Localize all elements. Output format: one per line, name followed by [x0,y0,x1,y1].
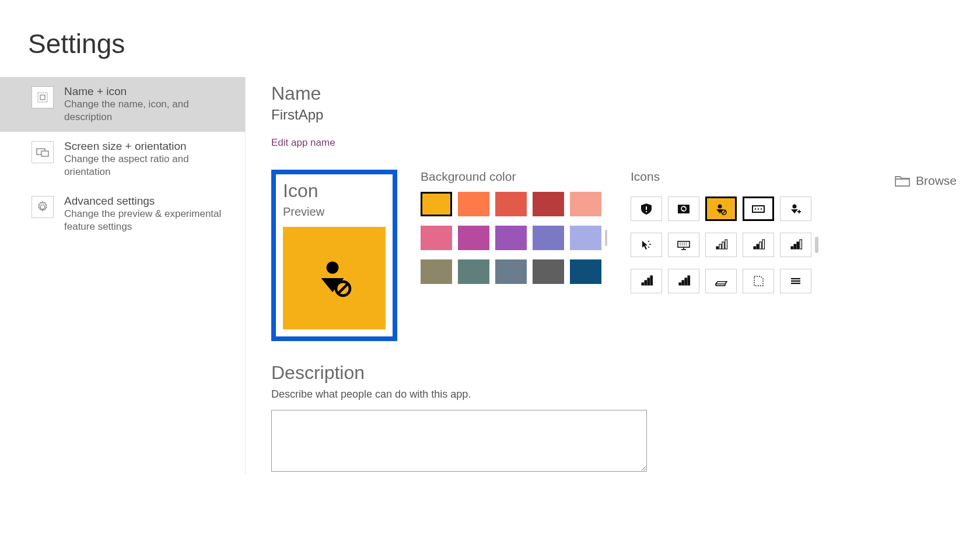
user-block-icon [313,257,355,299]
page-title: Settings [0,0,980,59]
description-section: Description Describe what people can do … [271,362,957,474]
svg-rect-34 [797,242,799,249]
scanner-icon[interactable] [705,269,737,293]
sidebar-item-title: Screen size + orientation [64,140,235,153]
svg-rect-28 [754,247,756,249]
preview-label: Preview [283,205,386,219]
pointer-icon[interactable] [631,233,662,257]
svg-rect-40 [679,283,681,285]
preview-tile [283,227,386,329]
signal-2-icon[interactable] [743,233,774,257]
color-swatch[interactable] [570,192,601,216]
browse-label: Browse [916,174,957,188]
description-label: Description [271,362,957,384]
signal-3-icon[interactable] [780,233,811,257]
svg-rect-25 [719,244,722,249]
name-section-label: Name [271,83,957,104]
svg-point-16 [758,208,759,209]
sidebar-item-sub: Change the aspect ratio and orientation [64,153,235,178]
svg-rect-30 [760,242,762,249]
color-swatch[interactable] [533,259,564,284]
color-grid [421,192,601,284]
color-swatch[interactable] [533,226,564,250]
color-swatch[interactable] [570,259,601,284]
sidebar-item-title: Name + icon [64,85,235,98]
color-swatch[interactable] [421,192,452,216]
description-textarea[interactable] [271,410,647,472]
edit-app-name-link[interactable]: Edit app name [271,137,335,149]
sidebar-item-advanced[interactable]: Advanced settings Change the preview & e… [0,187,245,241]
icons-label: Icons [631,170,660,184]
grid-select-icon [32,86,54,108]
icon-section-label: Icon [283,180,386,202]
svg-rect-29 [757,244,759,249]
svg-rect-26 [722,242,724,249]
photo-sync-icon[interactable] [668,196,699,221]
color-swatch[interactable] [570,226,601,250]
svg-point-18 [793,205,797,209]
background-color-section: Background color [421,170,607,284]
menu-icon[interactable] [780,269,811,293]
sidebar-item-sub: Change the preview & experimental featur… [64,208,235,233]
signal-5-icon[interactable] [668,269,699,293]
gear-icon [32,196,54,218]
svg-rect-27 [725,240,727,249]
svg-point-15 [755,208,756,209]
svg-point-11 [718,205,722,209]
color-swatch[interactable] [421,259,452,284]
sidebar: Name + icon Change the name, icon, and d… [0,77,245,474]
description-sub: Describe what people can do with this ap… [271,388,957,401]
color-swatch[interactable] [421,226,452,250]
color-swatch[interactable] [495,259,527,284]
bg-color-label: Background color [421,170,607,184]
svg-rect-39 [650,276,653,285]
icon-preview-box: Icon Preview [271,170,397,341]
keyboard-icon[interactable] [668,233,699,257]
color-swatch[interactable] [458,192,489,216]
color-swatch[interactable] [458,259,489,284]
svg-point-4 [327,262,339,274]
main-panel: Name FirstApp Edit app name Icon Preview… [245,77,980,474]
color-swatch[interactable] [495,226,527,250]
sidebar-item-title: Advanced settings [64,195,235,208]
svg-rect-3 [41,151,48,156]
svg-rect-0 [38,93,47,102]
svg-rect-19 [678,241,690,247]
svg-rect-41 [682,280,684,285]
color-swatch[interactable] [458,226,489,250]
svg-rect-7 [646,206,647,210]
signal-4-icon[interactable] [631,269,662,293]
svg-rect-32 [791,247,793,249]
icon-grid [631,196,811,293]
shield-alert-icon[interactable] [631,196,662,221]
svg-rect-37 [645,280,647,285]
svg-rect-36 [642,283,644,285]
user-block-icon[interactable] [705,196,737,221]
svg-rect-31 [762,240,765,249]
browse-button[interactable]: Browse [895,174,957,188]
color-swatch[interactable] [495,192,527,216]
color-swatch[interactable] [533,192,564,216]
svg-rect-8 [646,211,647,212]
svg-line-13 [722,210,725,213]
svg-rect-33 [794,244,796,249]
signal-1-icon[interactable] [705,233,737,257]
svg-rect-35 [800,240,802,249]
user-add-icon[interactable] [780,196,811,221]
icons-section: Icons Browse [631,170,957,293]
icon-scrollbar[interactable] [815,237,818,253]
app-name-value: FirstApp [271,107,957,123]
svg-rect-42 [685,278,687,285]
page-dashed-icon[interactable] [743,269,774,293]
svg-rect-24 [716,247,719,249]
folder-icon [895,174,910,187]
sidebar-item-name-icon[interactable]: Name + icon Change the name, icon, and d… [0,77,245,132]
screen-icon [32,141,54,163]
color-scrollbar[interactable] [605,230,607,246]
svg-rect-38 [648,278,650,285]
svg-rect-1 [40,95,45,100]
sidebar-item-screen-size[interactable]: Screen size + orientation Change the asp… [0,132,245,187]
svg-point-17 [761,208,762,209]
card-icon[interactable] [743,196,774,221]
svg-rect-43 [688,276,690,285]
